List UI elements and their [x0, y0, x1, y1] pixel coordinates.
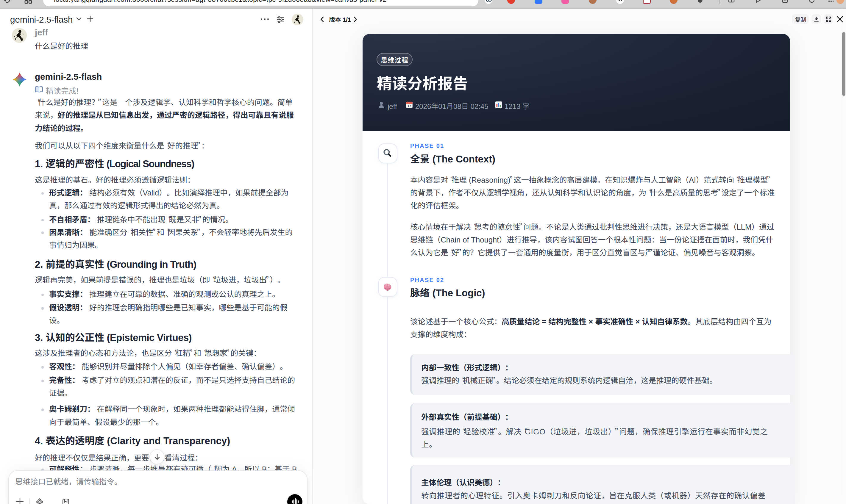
svg-text:17: 17 [407, 104, 411, 108]
